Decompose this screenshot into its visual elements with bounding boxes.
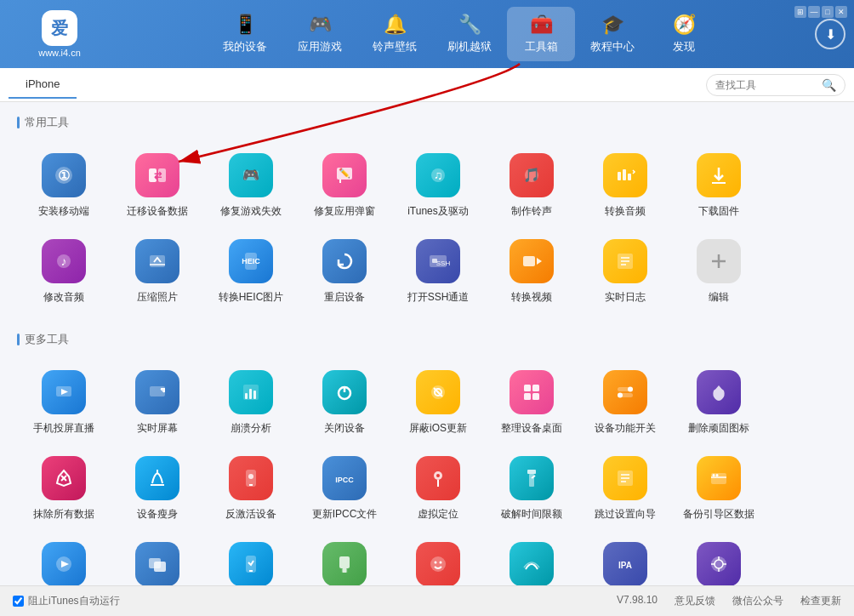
shutdown-icon [322,370,367,414]
check-update-link[interactable]: 检查更新 [800,594,841,608]
jump-settings-icon [603,456,647,500]
tool-ringtone[interactable]: 🎵 制作铃声 [485,143,578,229]
tool-update-ipcc[interactable]: IPCC 更新IPCC文件 [298,446,391,532]
download-fw-label: 下载固件 [698,204,739,219]
logo: 爱 www.i4.cn [9,10,111,58]
download-fw-icon [697,153,741,197]
bottom-right: V7.98.10 意见反馈 微信公众号 检查更新 [617,594,841,608]
tool-block-update[interactable]: 屏蔽iOS更新 [391,360,485,446]
tool-convert-video[interactable]: 转换视频 [485,229,578,315]
tool-remove-icon[interactable]: 删除顽固图标 [672,360,766,446]
tool-install-app[interactable]: ① 安装移动端 [17,143,111,229]
svg-text:🎮: 🎮 [242,167,259,183]
tool-photo-dedup[interactable]: 图片去重 [111,532,204,585]
fix-popup-icon: ✏️ [322,153,367,197]
tool-download-fw[interactable]: 下载固件 [672,143,766,229]
tool-ipa-sign[interactable]: IPA IPA签名 [578,532,672,585]
virtual-udisk-icon [322,542,367,585]
svg-text:HEIC: HEIC [242,257,260,265]
nav-app-games[interactable]: 🎮 应用游戏 [282,7,357,61]
remove-icon-label: 删除顽固图标 [688,421,749,436]
svg-point-76 [713,474,715,476]
tool-backup-partition[interactable]: 备份引导区数据 [672,446,766,532]
tool-wipe-data[interactable]: 抹除所有数据 [17,446,111,532]
modify-audio-icon: ♪ [42,239,86,283]
tool-screen-cast[interactable]: 手机投屏直播 [17,360,111,446]
tool-backup-restore[interactable]: 备份/恢复数据 [485,532,578,585]
nav-toolbox[interactable]: 🧰 工具箱 [507,7,575,61]
game-assistant-icon [697,542,741,585]
tool-fix-game[interactable]: 🎮 修复游戏失效 [204,143,298,229]
tool-game-assistant[interactable]: 手游助手 [672,532,766,585]
tool-shutdown[interactable]: 关闭设备 [298,360,391,446]
window-min-btn[interactable]: — [808,6,820,18]
ringtones-icon: 🔔 [384,14,407,36]
tool-migrate-data[interactable]: ⇄ 迁移设备数据 [111,143,204,229]
tool-convert-heic[interactable]: HEIC 转换HEIC图片 [204,229,298,315]
tool-media-player[interactable]: 爱思播放器 [17,532,111,585]
fix-game-label: 修复游戏失效 [220,204,282,219]
svg-rect-51 [532,393,539,400]
search-input[interactable] [715,79,817,91]
tool-fix-popup[interactable]: ✏️ 修复应用弹窗 [298,143,391,229]
svg-rect-81 [154,562,166,572]
ringtone-label: 制作铃声 [511,204,552,219]
shutdown-label: 关闭设备 [324,421,365,436]
svg-text:♫: ♫ [434,168,443,182]
tool-jump-settings[interactable]: 跳过设置向导 [578,446,672,532]
nav-my-device[interactable]: 📱 我的设备 [208,7,282,61]
nav-discover-label: 发现 [673,39,695,54]
svg-text:✏️: ✏️ [339,167,350,179]
jump-settings-label: 跳过设置向导 [595,507,656,522]
svg-rect-17 [628,174,631,180]
svg-point-66 [436,474,440,477]
tool-edit[interactable]: 编辑 [672,229,766,315]
tool-slim-device[interactable]: 设备瘦身 [111,446,204,532]
tool-crash-analysis[interactable]: 崩溃分析 [204,360,298,446]
tool-modify-audio[interactable]: ♪ 修改音频 [17,229,111,315]
common-tools-title: 常用工具 [17,115,837,130]
migrate-data-icon: ⇄ [135,153,179,197]
tool-itunes[interactable]: ♫ iTunes及驱动 [391,143,485,229]
window-max-btn[interactable]: □ [822,6,834,18]
backup-partition-icon [697,456,741,500]
tool-convert-audio[interactable]: 转换音频 [578,143,672,229]
wechat-link[interactable]: 微信公众号 [732,594,783,608]
nav-tutorial[interactable]: 🎓 教程中心 [575,7,650,61]
organize-desktop-icon [510,370,554,414]
tool-realtime-screen[interactable]: 实时屏幕 [111,360,204,446]
tool-recovery-mode[interactable]: 进入恢复模式 [204,532,298,585]
edit-icon [697,239,741,283]
tool-organize-desktop[interactable]: 整理设备桌面 [485,360,578,446]
tool-deactivate[interactable]: 反激活设备 [204,446,298,532]
itunes-checkbox[interactable] [13,596,24,607]
tool-emoji-make[interactable]: 表情制作 [391,532,485,585]
reboot-label: 重启设备 [324,290,365,305]
nav-ringtones[interactable]: 🔔 铃声壁纸 [357,7,432,61]
header: 爱 www.i4.cn 📱 我的设备 🎮 应用游戏 🔔 铃声壁纸 🔧 刷机越狱 … [0,0,854,68]
tool-compress-photo[interactable]: 压缩照片 [111,229,204,315]
device-tab-iphone[interactable]: iPhone [9,71,77,99]
feedback-link[interactable]: 意见反馈 [675,594,715,608]
realtime-screen-icon [135,370,179,414]
ipa-sign-icon: IPA [603,542,647,585]
discover-icon: 🧭 [673,14,696,36]
common-tools-grid: ① 安装移动端 ⇄ 迁移设备数据 🎮 修复游戏失效 ✏️ 修复应用弹窗 ♫ [17,143,837,315]
organize-desktop-label: 整理设备桌面 [501,421,562,436]
svg-point-90 [440,562,442,564]
window-close-btn[interactable]: ✕ [835,6,847,18]
media-player-icon [42,542,86,585]
tool-realtime-log[interactable]: 实时日志 [578,229,672,315]
tool-virtual-udisk[interactable]: 虚拟U盘 [298,532,391,585]
tool-reboot[interactable]: 重启设备 [298,229,391,315]
tool-break-timelimit[interactable]: 破解时间限额 [485,446,578,532]
svg-text:🎵: 🎵 [523,167,540,183]
convert-audio-label: 转换音频 [605,204,646,219]
break-timelimit-icon [510,456,554,500]
tool-fake-location[interactable]: 虚拟定位 [391,446,485,532]
svg-rect-28 [523,256,535,266]
nav-jailbreak[interactable]: 🔧 刷机越狱 [432,7,507,61]
nav-discover[interactable]: 🧭 发现 [650,7,718,61]
tool-ssh-tunnel[interactable]: SSH 打开SSH通道 [391,229,485,315]
tool-feature-toggle[interactable]: 设备功能开关 [578,360,672,446]
